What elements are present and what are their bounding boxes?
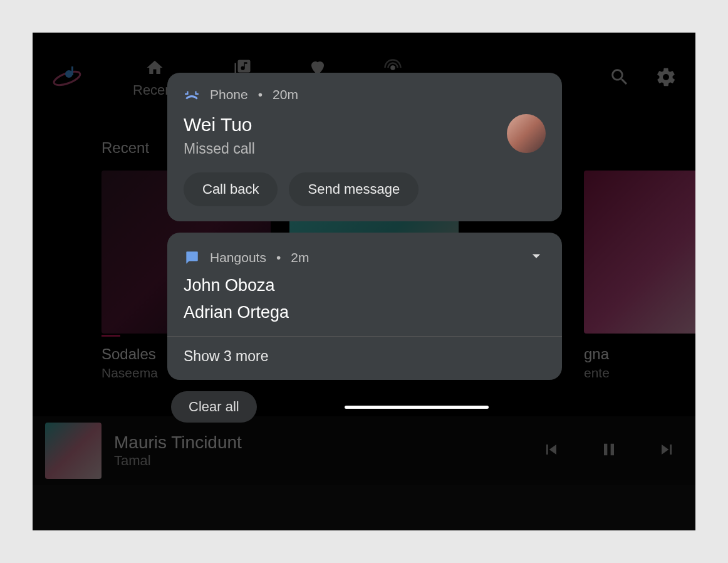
section-recent-title: Recent: [101, 139, 149, 157]
notification-header: Hangouts • 2m: [184, 246, 546, 268]
call-back-button[interactable]: Call back: [184, 172, 278, 206]
notification-subtitle: Missed call: [184, 140, 255, 157]
notification-app-label: Phone: [210, 87, 248, 102]
drag-handle[interactable]: [345, 406, 489, 409]
top-actions: [609, 66, 677, 90]
gear-icon[interactable]: [655, 66, 677, 90]
app-logo-icon: [51, 63, 83, 94]
player-track-title: Mauris Tincidunt: [114, 433, 529, 453]
svg-rect-2: [71, 66, 73, 75]
player-artist: Tamal: [114, 453, 529, 469]
svg-point-3: [390, 65, 395, 70]
separator: •: [258, 87, 263, 102]
album-title: gna: [584, 345, 695, 363]
notification-hangouts[interactable]: Hangouts • 2m John Oboza Adrian Ortega S…: [167, 233, 562, 380]
notification-header: Phone • 20m: [184, 87, 546, 103]
chat-icon: [184, 250, 200, 266]
notification-time: 2m: [291, 250, 309, 265]
message-sender: Adrian Ortega: [184, 303, 546, 322]
album-artist: ente: [584, 366, 695, 381]
message-sender: John Oboza: [184, 276, 546, 295]
device-screen: Recent Recent Sodales Naseema: [33, 33, 695, 530]
system-nav-bar: [33, 485, 695, 530]
album-art: [584, 171, 695, 334]
pause-icon[interactable]: [599, 439, 619, 462]
skip-previous-icon[interactable]: [541, 439, 561, 462]
chevron-down-icon: [527, 246, 546, 265]
album-card[interactable]: gna ente: [584, 171, 695, 381]
now-playing-bar[interactable]: Mauris Tincidunt Tamal: [33, 416, 695, 485]
notification-time: 20m: [273, 87, 298, 102]
shade-footer: Clear all: [167, 391, 562, 423]
send-message-button[interactable]: Send message: [289, 172, 419, 206]
player-controls: [541, 439, 677, 462]
skip-next-icon[interactable]: [657, 439, 677, 462]
notification-title: Wei Tuo: [184, 114, 255, 135]
notification-phone[interactable]: Phone • 20m Wei Tuo Missed call Call bac…: [167, 73, 562, 221]
home-icon: [145, 58, 164, 77]
player-text: Mauris Tincidunt Tamal: [114, 433, 529, 469]
notification-shade: Phone • 20m Wei Tuo Missed call Call bac…: [167, 73, 562, 423]
missed-call-icon: [184, 87, 200, 103]
show-more-button[interactable]: Show 3 more: [184, 337, 546, 365]
clear-all-button[interactable]: Clear all: [171, 391, 257, 423]
separator: •: [276, 250, 281, 265]
notification-app-label: Hangouts: [210, 250, 266, 265]
search-icon[interactable]: [609, 66, 630, 90]
notification-actions: Call back Send message: [184, 172, 546, 206]
avatar: [507, 114, 546, 153]
player-album-art: [45, 423, 101, 479]
expand-toggle[interactable]: [527, 246, 546, 268]
card-progress: [101, 335, 120, 337]
